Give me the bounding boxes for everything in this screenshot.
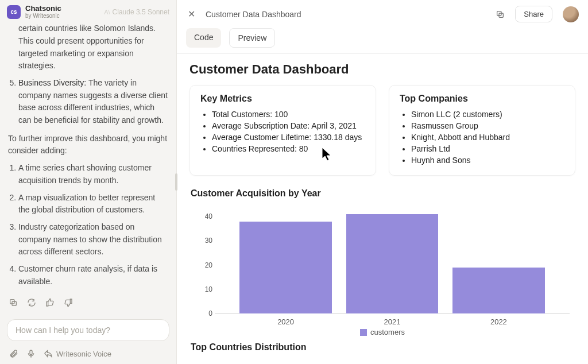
y-tick: 30 xyxy=(189,237,212,245)
chart-title: Customer Acquisition by Year xyxy=(191,188,575,199)
bar xyxy=(239,222,332,313)
thumbs-down-icon[interactable] xyxy=(63,297,74,308)
bar xyxy=(346,214,439,313)
legend-swatch xyxy=(360,329,367,336)
metric-item: Countries Represented: 80 xyxy=(212,144,365,153)
dashboard-title: Customer Data Dashboard xyxy=(189,62,575,77)
attach-button[interactable] xyxy=(9,349,18,358)
voice-label: Writesonic Voice xyxy=(56,350,111,358)
chat-header: cs Chatsonic by Writesonic A\ Claude 3.5… xyxy=(0,0,176,22)
composer: How can I help you today? xyxy=(0,313,176,344)
improve-item: A map visualization to better represent … xyxy=(18,192,168,216)
bar xyxy=(452,268,545,313)
tab-code[interactable]: Code xyxy=(186,28,221,48)
preview-body: Customer Data Dashboard Key Metrics Tota… xyxy=(177,54,588,364)
brand-sub: by Writesonic xyxy=(25,13,61,19)
brand-name: Chatsonic xyxy=(25,5,61,13)
insight-item-5: Business Diversity: The variety in compa… xyxy=(18,77,168,127)
brand: Chatsonic by Writesonic xyxy=(25,5,61,19)
avatar[interactable] xyxy=(563,6,579,22)
header-title: Customer Data Dashboard xyxy=(206,10,301,19)
improve-item: Industry categorization based on company… xyxy=(18,221,168,258)
copy-icon[interactable] xyxy=(8,297,18,308)
metric-item: Average Subscription Date: April 3, 2021 xyxy=(212,121,365,130)
preview-panel: ✕ Customer Data Dashboard Share Code Pre… xyxy=(177,0,588,364)
countries-title: Top Countries Distribution xyxy=(191,342,575,353)
improve-item: Customer churn rate analysis, if data is… xyxy=(18,263,168,288)
preview-header: ✕ Customer Data Dashboard Share xyxy=(177,0,588,28)
insight-label: Business Diversity: xyxy=(18,78,86,87)
x-tick: 2021 xyxy=(384,317,401,326)
improve-item: A time series chart showing customer acq… xyxy=(18,162,168,187)
close-icon[interactable]: ✕ xyxy=(184,7,199,22)
metric-item: Average Customer Lifetime: 1330.18 days xyxy=(212,133,365,142)
companies-title: Top Companies xyxy=(400,94,564,104)
copy-code-icon[interactable] xyxy=(492,6,508,22)
chat-panel: cs Chatsonic by Writesonic A\ Claude 3.5… xyxy=(0,0,177,364)
company-item: Knight, Abbott and Hubbard xyxy=(411,133,564,142)
top-companies-card: Top Companies Simon LLC (2 customers) Ra… xyxy=(389,85,575,176)
resize-handle[interactable] xyxy=(174,171,179,193)
share-button[interactable]: Share xyxy=(515,6,552,22)
company-item: Parrish Ltd xyxy=(411,144,564,153)
company-item: Huynh and Sons xyxy=(411,156,564,165)
composer-toolbar: Writesonic Voice xyxy=(0,344,176,364)
legend-label: customers xyxy=(370,328,405,336)
x-tick: 2020 xyxy=(277,317,294,326)
tab-preview[interactable]: Preview xyxy=(229,28,275,48)
model-name: Claude 3.5 Sonnet xyxy=(113,8,169,16)
model-selector[interactable]: A\ Claude 3.5 Sonnet xyxy=(104,8,169,16)
composer-input[interactable]: How can I help you today? xyxy=(7,319,169,341)
acquisition-chart: customers 010203040202020212022 xyxy=(189,204,575,336)
mic-button[interactable] xyxy=(26,349,36,358)
ai-icon: A\ xyxy=(104,9,110,16)
company-item: Simon LLC (2 customers) xyxy=(411,110,564,119)
chat-message: certain countries like Solomon Islands. … xyxy=(0,22,176,295)
chart-legend: customers xyxy=(360,328,405,336)
x-tick: 2022 xyxy=(490,317,507,326)
message-actions xyxy=(0,295,176,313)
company-item: Rasmussen Group xyxy=(411,121,564,130)
svg-rect-2 xyxy=(30,350,32,355)
brand-badge: cs xyxy=(7,5,21,19)
key-metrics-card: Key Metrics Total Customers: 100 Average… xyxy=(189,85,376,176)
improve-lead: To further improve this dashboard, you m… xyxy=(8,133,168,157)
voice-button[interactable]: Writesonic Voice xyxy=(44,349,111,358)
metric-item: Total Customers: 100 xyxy=(212,110,365,119)
y-tick: 40 xyxy=(189,212,212,220)
tabs: Code Preview xyxy=(177,28,588,54)
y-tick: 0 xyxy=(189,309,212,317)
msg-fragment: certain countries like Solomon Islands. … xyxy=(18,22,168,72)
y-tick: 10 xyxy=(189,285,212,293)
regenerate-icon[interactable] xyxy=(26,297,37,308)
y-tick: 20 xyxy=(189,261,212,269)
metrics-title: Key Metrics xyxy=(200,94,365,104)
thumbs-up-icon[interactable] xyxy=(45,297,55,308)
